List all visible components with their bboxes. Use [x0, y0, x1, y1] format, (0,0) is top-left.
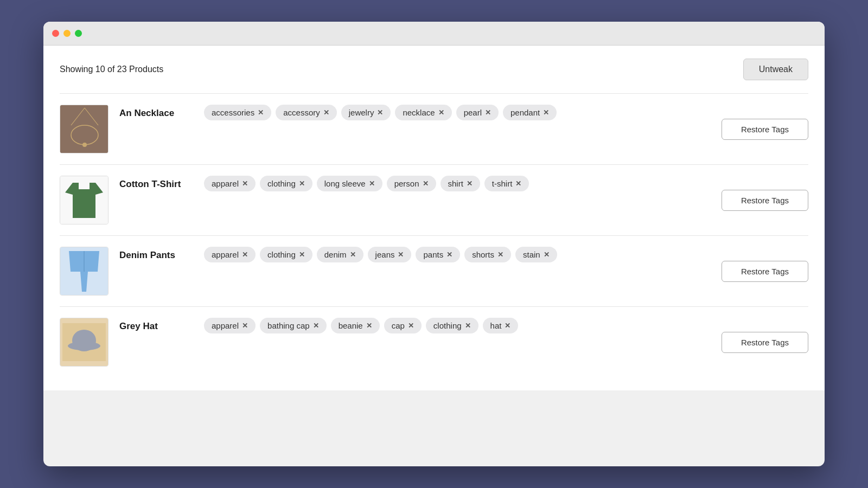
tag: apparel✕	[204, 176, 256, 191]
tags-container: accessories✕accessory✕jewelry✕necklace✕p…	[204, 105, 711, 120]
tag-remove-button[interactable]: ✕	[465, 322, 471, 329]
tag: bathing cap✕	[260, 318, 327, 333]
tag-remove-button[interactable]: ✕	[438, 109, 444, 116]
tag-remove-button[interactable]: ✕	[485, 109, 491, 116]
tag-remove-button[interactable]: ✕	[258, 109, 264, 116]
tag: long sleeve✕	[317, 176, 382, 191]
tag: jeans✕	[368, 247, 412, 262]
tag-remove-button[interactable]: ✕	[446, 251, 452, 258]
header-bar: Showing 10 of 23 Products Untweak	[60, 59, 808, 80]
tag: clothing✕	[426, 318, 478, 333]
tag-remove-button[interactable]: ✕	[366, 322, 372, 329]
tag-remove-button[interactable]: ✕	[299, 251, 305, 258]
tag: apparel✕	[204, 247, 256, 262]
tag-remove-button[interactable]: ✕	[467, 180, 473, 187]
tag-label: hat	[490, 321, 502, 330]
tags-container: apparel✕clothing✕denim✕jeans✕pants✕short…	[204, 247, 711, 262]
tag: necklace✕	[395, 105, 451, 120]
tag: clothing✕	[260, 176, 312, 191]
tag: t-shirt✕	[484, 176, 529, 191]
product-name: Grey Hat	[119, 318, 195, 332]
restore-tags-button-necklace[interactable]: Restore Tags	[722, 119, 808, 140]
tag-label: shorts	[472, 250, 494, 259]
product-info-hat: Grey Hatapparel✕bathing cap✕beanie✕cap✕c…	[119, 318, 711, 333]
svg-marker-5	[65, 183, 103, 218]
tag-label: accessory	[283, 108, 320, 117]
product-info-necklace: An Necklaceaccessories✕accessory✕jewelry…	[119, 105, 711, 120]
tag: pants✕	[416, 247, 460, 262]
tag-label: shirt	[448, 179, 463, 188]
tag-label: person	[394, 179, 419, 188]
tag: cap✕	[384, 318, 422, 333]
tag-remove-button[interactable]: ✕	[423, 180, 429, 187]
title-bar	[43, 22, 825, 46]
tag-remove-button[interactable]: ✕	[505, 322, 510, 329]
tag-remove-button[interactable]: ✕	[242, 180, 248, 187]
tag-label: necklace	[403, 108, 435, 117]
tag-remove-button[interactable]: ✕	[299, 180, 305, 187]
tag: hat✕	[483, 318, 519, 333]
product-image-necklace	[60, 105, 108, 153]
close-button[interactable]	[52, 30, 59, 37]
tag-remove-button[interactable]: ✕	[408, 322, 414, 329]
product-name-tags-row: Denim Pantsapparel✕clothing✕denim✕jeans✕…	[119, 247, 711, 262]
untweak-button[interactable]: Untweak	[743, 59, 808, 80]
tag-label: long sleeve	[324, 179, 366, 188]
tag-remove-button[interactable]: ✕	[544, 251, 550, 258]
tag-remove-button[interactable]: ✕	[323, 109, 329, 116]
product-row: Grey Hatapparel✕bathing cap✕beanie✕cap✕c…	[60, 306, 808, 377]
tag-label: apparel	[212, 321, 239, 330]
tag-remove-button[interactable]: ✕	[515, 180, 521, 187]
tag-remove-button[interactable]: ✕	[369, 180, 375, 187]
tag-remove-button[interactable]: ✕	[313, 322, 319, 329]
restore-tags-button-hat[interactable]: Restore Tags	[722, 332, 808, 353]
product-name: Cotton T-Shirt	[119, 176, 195, 190]
minimize-button[interactable]	[63, 30, 71, 37]
tag-label: apparel	[212, 250, 239, 259]
restore-tags-button-tshirt[interactable]: Restore Tags	[722, 190, 808, 211]
tag-remove-button[interactable]: ✕	[377, 109, 383, 116]
hat-thumbnail	[60, 318, 108, 366]
tag-remove-button[interactable]: ✕	[543, 109, 549, 116]
product-row: Denim Pantsapparel✕clothing✕denim✕jeans✕…	[60, 235, 808, 306]
product-name: Denim Pants	[119, 247, 195, 261]
maximize-button[interactable]	[75, 30, 82, 37]
svg-point-10	[72, 330, 96, 351]
tag: person✕	[387, 176, 436, 191]
product-info-tshirt: Cotton T-Shirtapparel✕clothing✕long slee…	[119, 176, 711, 191]
tag: apparel✕	[204, 318, 256, 333]
main-content: Showing 10 of 23 Products Untweak An Nec…	[43, 46, 825, 390]
tag: accessory✕	[276, 105, 337, 120]
tag-remove-button[interactable]: ✕	[350, 251, 356, 258]
tag-label: jewelry	[349, 108, 374, 117]
tags-container: apparel✕clothing✕long sleeve✕person✕shir…	[204, 176, 711, 191]
product-name-tags-row: Grey Hatapparel✕bathing cap✕beanie✕cap✕c…	[119, 318, 711, 333]
tag-remove-button[interactable]: ✕	[398, 251, 404, 258]
tag-label: t-shirt	[492, 179, 513, 188]
tag-label: pearl	[464, 108, 482, 117]
tag-remove-button[interactable]: ✕	[242, 251, 248, 258]
product-name: An Necklace	[119, 105, 195, 119]
tag: pearl✕	[456, 105, 499, 120]
tag-label: pendant	[510, 108, 540, 117]
product-image-pants	[60, 247, 108, 296]
tag-label: cap	[392, 321, 405, 330]
restore-tags-button-pants[interactable]: Restore Tags	[722, 261, 808, 282]
tag-remove-button[interactable]: ✕	[242, 322, 248, 329]
tag-remove-button[interactable]: ✕	[497, 251, 503, 258]
tags-container: apparel✕bathing cap✕beanie✕cap✕clothing✕…	[204, 318, 711, 333]
tag-label: clothing	[267, 179, 296, 188]
showing-count: Showing 10 of 23 Products	[60, 65, 163, 74]
tag-label: stain	[523, 250, 540, 259]
tag-label: pants	[423, 250, 443, 259]
tag: pendant✕	[503, 105, 557, 120]
tag-label: bathing cap	[267, 321, 310, 330]
tag-label: apparel	[212, 179, 239, 188]
product-name-tags-row: An Necklaceaccessories✕accessory✕jewelry…	[119, 105, 711, 120]
tag: jewelry✕	[341, 105, 391, 120]
tag: clothing✕	[260, 247, 312, 262]
product-row: Cotton T-Shirtapparel✕clothing✕long slee…	[60, 164, 808, 235]
necklace-thumbnail	[60, 105, 108, 153]
tag-label: jeans	[375, 250, 395, 259]
tshirt-thumbnail	[60, 176, 108, 224]
